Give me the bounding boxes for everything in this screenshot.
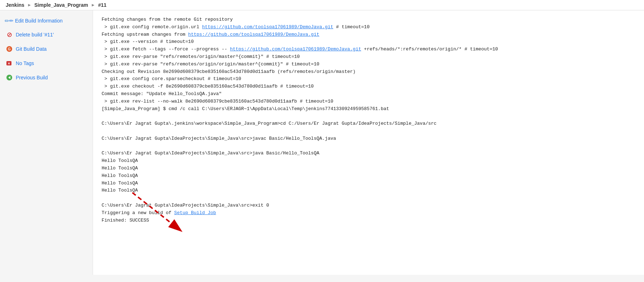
prev-icon xyxy=(6,74,13,81)
link-demojava-url-3[interactable]: https://github.com/toolsqa17061989/DemoJ… xyxy=(230,46,361,52)
svg-text:G: G xyxy=(8,47,11,51)
breadcrumb-sep2: ► xyxy=(91,3,95,8)
sidebar-item-delete-build[interactable]: ⊘ Delete build '#11' xyxy=(0,28,93,42)
svg-text:✕: ✕ xyxy=(8,62,10,65)
breadcrumb-build: #11 xyxy=(98,2,106,8)
sidebar-label-previous-build: Previous Build xyxy=(16,75,48,80)
delete-icon: ⊘ xyxy=(6,31,13,38)
sidebar-item-git-build-data[interactable]: G Git Build Data xyxy=(0,42,93,56)
link-setup-build-job[interactable]: Setup Build Job xyxy=(174,210,216,216)
sidebar-item-previous-build[interactable]: Previous Build xyxy=(0,70,93,85)
git-icon: G xyxy=(6,45,13,53)
breadcrumb-bar: Jenkins ► Simple_Java_Program ► #11 xyxy=(0,0,644,10)
sidebar-item-edit-build-info[interactable]: ✏ Edit Build Information xyxy=(0,14,93,28)
sidebar: ✏ Edit Build Information ⊘ Delete build … xyxy=(0,10,93,275)
sidebar-label-delete-build: Delete build '#11' xyxy=(16,32,54,38)
breadcrumb-project[interactable]: Simple_Java_Program xyxy=(34,2,88,8)
sidebar-label-edit-build-info: Edit Build Information xyxy=(15,18,63,24)
sidebar-label-git-build-data: Git Build Data xyxy=(16,46,47,52)
sidebar-label-no-tags: No Tags xyxy=(16,60,34,66)
link-demojava-url-1[interactable]: https://github.com/toolsqa17061989/DemoJ… xyxy=(202,24,333,30)
link-demojava-url-2[interactable]: https://github.com/toolsqa17061989/DemoJ… xyxy=(188,32,319,37)
console-area: Fetching changes from the remote Git rep… xyxy=(93,10,644,275)
sidebar-item-no-tags[interactable]: ✕ No Tags xyxy=(0,56,93,70)
notags-icon: ✕ xyxy=(6,60,13,67)
breadcrumb-sep1: ► xyxy=(27,3,31,8)
edit-icon: ✏ xyxy=(6,18,12,24)
console-output: Fetching changes from the remote Git rep… xyxy=(102,16,635,224)
main-layout: ✏ Edit Build Information ⊘ Delete build … xyxy=(0,10,644,275)
breadcrumb-jenkins[interactable]: Jenkins xyxy=(6,2,24,8)
